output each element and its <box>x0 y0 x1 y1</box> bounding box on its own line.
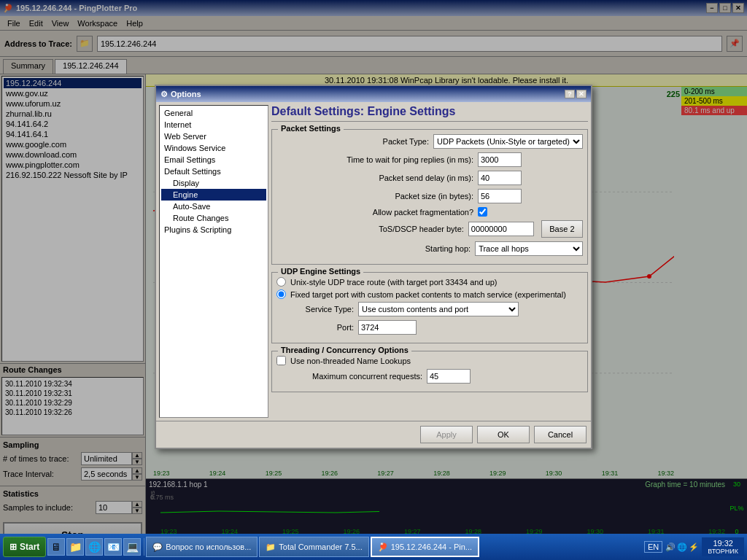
sidebar-item-windowsservice[interactable]: Windows Service <box>161 142 266 154</box>
sidebar-item-routechanges[interactable]: Route Changes <box>161 212 266 224</box>
fragmentation-checkbox[interactable] <box>478 207 487 217</box>
taskbar-btn-icon: 💬 <box>152 542 163 552</box>
sidebar-item-internet[interactable]: Internet <box>161 119 266 131</box>
modal-section-title: Default Settings: Engine Settings <box>271 105 588 122</box>
base2-button[interactable]: Base 2 <box>541 220 583 238</box>
port-label: Port: <box>288 323 354 332</box>
day-display: ВТОРНИК <box>708 548 738 555</box>
port-row: Port: <box>288 320 583 335</box>
wait-row: Time to wait for ping replies (in ms): <box>276 152 583 167</box>
taskbar-btn-label: Total Commander 7.5... <box>279 542 362 551</box>
hop-row: Starting hop: Trace all hops 1 2 <box>276 241 583 256</box>
packet-settings-title: Packet Settings <box>278 124 344 133</box>
taskbar-right: EN 🔊 🌐 ⚡ 19:32 ВТОРНИК <box>644 537 744 556</box>
tos-label: ToS/DSCP header byte: <box>276 225 464 233</box>
tos-row: ToS/DSCP header byte: Base 2 <box>276 220 583 238</box>
delay-input[interactable] <box>478 171 522 185</box>
modal-help-button[interactable]: ? <box>565 90 575 98</box>
ok-button[interactable]: OK <box>477 426 530 443</box>
delay-label: Packet send delay (in ms): <box>276 174 473 182</box>
hop-label: Starting hop: <box>276 244 471 253</box>
modal-overlay: ⚙ Options ? ✕ General Internet Web Serve… <box>0 0 747 534</box>
sidebar-item-emailsettings[interactable]: Email Settings <box>161 154 266 166</box>
size-row: Packet size (in bytes): <box>276 189 583 203</box>
radio1-input[interactable] <box>276 277 286 287</box>
modal-footer: Apply OK Cancel <box>156 421 591 448</box>
sidebar-item-autosave[interactable]: Auto-Save <box>161 201 266 212</box>
size-input[interactable] <box>478 189 522 203</box>
modal-close-button[interactable]: ✕ <box>576 90 587 98</box>
threading-title: Threading / Concurrency Options <box>278 346 411 354</box>
nonthreaded-row: Use non-threaded Name Lookups <box>276 356 583 365</box>
radio2-label: Fixed target port with custom packet con… <box>290 290 566 299</box>
threading-box: Threading / Concurrency Options Use non-… <box>271 351 588 392</box>
tray-icon: 🌐 <box>677 542 687 552</box>
concurrent-input[interactable] <box>427 369 471 384</box>
modal-icon: ⚙ <box>160 90 168 99</box>
size-label: Packet size (in bytes): <box>276 192 473 201</box>
sidebar-item-display[interactable]: Display <box>161 177 266 189</box>
port-input[interactable] <box>358 320 417 335</box>
start-button[interactable]: ⊞ Start <box>3 537 46 557</box>
tray-icon: ⚡ <box>689 542 699 552</box>
windows-icon: ⊞ <box>9 542 17 552</box>
wait-label: Time to wait for ping replies (in ms): <box>276 155 473 164</box>
wait-input[interactable] <box>478 152 522 167</box>
radio2-row: Fixed target port with custom packet con… <box>276 289 583 299</box>
quicklaunch-icon[interactable]: 🌐 <box>85 538 103 556</box>
service-select[interactable]: Use custom contents and port <box>358 302 519 316</box>
modal-title-buttons: ? ✕ <box>565 90 587 98</box>
taskbar-btn-icon: 📁 <box>266 542 276 552</box>
modal-title-bar: ⚙ Options ? ✕ <box>156 86 591 102</box>
nonthreaded-label: Use non-threaded Name Lookups <box>290 357 411 365</box>
start-label: Start <box>20 542 39 552</box>
delay-row: Packet send delay (in ms): <box>276 171 583 185</box>
apply-button[interactable]: Apply <box>420 426 473 443</box>
sidebar-item-general[interactable]: General <box>161 107 266 119</box>
modal-content: Default Settings: Engine Settings Packet… <box>271 105 588 418</box>
lang-indicator[interactable]: EN <box>644 541 662 553</box>
radio1-row: Unix-style UDP trace route (with target … <box>276 277 583 287</box>
quicklaunch-icon[interactable]: 🖥 <box>47 538 65 556</box>
options-modal: ⚙ Options ? ✕ General Internet Web Serve… <box>155 85 592 449</box>
taskbar-btn-icon: 🏓 <box>378 542 388 552</box>
fragmentation-row: Allow packet fragmentation? <box>276 207 583 217</box>
packet-type-label: Packet Type: <box>276 137 429 146</box>
service-row: Service Type: Use custom contents and po… <box>288 302 583 316</box>
quicklaunch-icon[interactable]: 💻 <box>123 538 141 556</box>
sidebar-item-defaultsettings[interactable]: Default Settings <box>161 166 266 177</box>
clock: 19:32 ВТОРНИК <box>702 537 744 556</box>
udp-settings-title: UDP Engine Settings <box>278 267 363 276</box>
fragmentation-label: Allow packet fragmentation? <box>276 208 473 217</box>
sidebar-item-webserver[interactable]: Web Server <box>161 131 266 142</box>
tos-input[interactable] <box>468 222 534 236</box>
packet-type-select[interactable]: UDP Packets (Unix-Style or targeted) ICM… <box>433 134 583 149</box>
sidebar-item-plugins[interactable]: Plugins & Scripting <box>161 224 266 236</box>
quicklaunch-icon[interactable]: 📁 <box>66 538 84 556</box>
modal-body: General Internet Web Server Windows Serv… <box>156 102 591 421</box>
taskbar-btn-vopros[interactable]: 💬 Вопрос по использов... <box>146 537 258 557</box>
packet-settings-box: Packet Settings Packet Type: UDP Packets… <box>271 129 588 265</box>
modal-sidebar: General Internet Web Server Windows Serv… <box>159 105 268 418</box>
taskbar-btn-totalcmd[interactable]: 📁 Total Commander 7.5... <box>259 537 368 557</box>
cancel-button[interactable]: Cancel <box>534 426 587 443</box>
hop-select[interactable]: Trace all hops 1 2 <box>475 241 583 256</box>
taskbar-btn-label: 195.12.246.244 - Pin... <box>391 542 472 551</box>
sidebar-item-engine[interactable]: Engine <box>161 189 266 201</box>
taskbar-btn-pingplotter[interactable]: 🏓 195.12.246.244 - Pin... <box>371 537 479 557</box>
modal-title: Options <box>171 90 201 98</box>
radio1-label: Unix-style UDP trace route (with target … <box>290 278 498 287</box>
tray-icon: 🔊 <box>665 542 676 552</box>
udp-settings-box: UDP Engine Settings Unix-style UDP trace… <box>271 272 588 343</box>
radio2-input[interactable] <box>276 289 286 299</box>
nonthreaded-checkbox[interactable] <box>276 356 286 365</box>
concurrent-label: Maximum concurrent requests: <box>276 372 422 381</box>
taskbar: ⊞ Start 🖥 📁 🌐 📧 💻 💬 Вопрос по использов.… <box>0 534 747 560</box>
service-label: Service Type: <box>288 305 354 314</box>
system-tray: 🔊 🌐 ⚡ <box>665 542 699 552</box>
taskbar-btn-label: Вопрос по использов... <box>166 542 251 551</box>
time-display: 19:32 <box>708 539 738 548</box>
concurrent-row: Maximum concurrent requests: <box>276 369 583 384</box>
packet-type-row: Packet Type: UDP Packets (Unix-Style or … <box>276 134 583 149</box>
quicklaunch-icon[interactable]: 📧 <box>104 538 122 556</box>
